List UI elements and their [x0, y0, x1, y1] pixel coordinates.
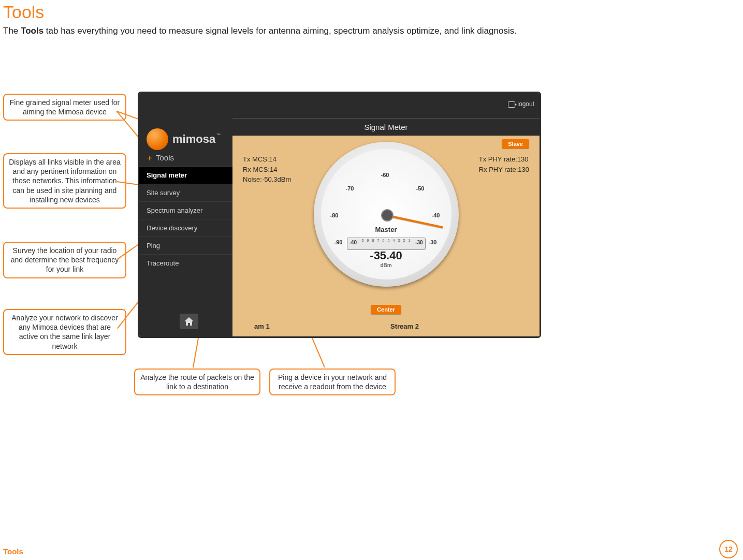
nav-site-survey[interactable]: Site survey	[139, 184, 232, 201]
gauge-master-label: Master	[375, 226, 397, 233]
gauge-dial: -90 -80 -70 -60 -50 -40 -30 Master -40 0…	[314, 142, 459, 287]
brand-text: mimosa™	[172, 132, 215, 146]
sidebar: mimosa™ Tools Signal meter Site survey S…	[139, 118, 232, 336]
gauge-tick: -40	[432, 212, 440, 218]
gauge-unit: dBm	[370, 262, 402, 268]
signal-gauge: -90 -80 -70 -60 -50 -40 -30 Master -40 0…	[314, 142, 459, 287]
nav-device-discovery[interactable]: Device discovery	[139, 219, 232, 237]
gauge-value: -35.40	[370, 249, 402, 262]
content-panel: Signal Meter Slave Tx MCS:14 Rx MCS:14 N…	[232, 118, 540, 336]
tx-mcs: Tx MCS:14	[243, 154, 291, 165]
gauge-tick: -50	[416, 185, 425, 191]
stats-left: Tx MCS:14 Rx MCS:14 Noise:-50.3dBm	[243, 154, 291, 185]
gauge-tick: -70	[346, 185, 354, 191]
intro-text: The Tools tab has everything you need to…	[3, 26, 517, 36]
fine-right: -30	[415, 240, 423, 245]
callout-signal-meter: Fine grained signal meter used for aimin…	[3, 94, 126, 121]
callout-traceroute: Analyze the route of packets on the link…	[134, 369, 260, 395]
gauge-hub	[381, 209, 394, 222]
stream-2-label: Stream 2	[390, 322, 419, 330]
brand: mimosa™	[147, 128, 215, 150]
center-button[interactable]: Center	[371, 305, 401, 314]
home-button[interactable]	[180, 314, 198, 329]
callout-discovery: Analyze your network to discover any Mim…	[3, 309, 126, 355]
page-footer: Tools 12	[0, 541, 743, 560]
footer-page-number: 12	[719, 540, 738, 558]
tx-phy: Tx PHY rate:130	[479, 154, 529, 165]
nav-ping[interactable]: Ping	[139, 237, 232, 254]
callout-ping: Ping a device in your network and receiv…	[269, 369, 396, 395]
nav-traceroute[interactable]: Traceroute	[139, 254, 232, 272]
noise: Noise:-50.3dBm	[243, 174, 291, 185]
gauge-tick: -90	[334, 239, 343, 245]
app-topbar: logout	[139, 93, 540, 118]
home-icon	[184, 317, 194, 326]
page-heading: Tools	[3, 2, 44, 22]
gauge-readout: -35.40 dBm	[370, 249, 402, 268]
sidebar-nav: Signal meter Site survey Spectrum analyz…	[139, 166, 232, 272]
intro-bold: Tools	[21, 26, 43, 36]
stats-right: Tx PHY rate:130 Rx PHY rate:130	[479, 154, 529, 174]
nav-spectrum-analyzer[interactable]: Spectrum analyzer	[139, 201, 232, 219]
brand-orb-icon	[147, 128, 168, 150]
fine-left: -40	[349, 240, 357, 245]
logout-text: logout	[517, 100, 534, 108]
logout-icon	[508, 101, 515, 108]
rx-phy: Rx PHY rate:130	[479, 165, 529, 175]
slave-button[interactable]: Slave	[502, 139, 529, 149]
intro-pre: The	[3, 26, 21, 36]
footer-section-label: Tools	[3, 547, 23, 556]
stream-1-label: am 1	[254, 322, 270, 330]
logout-link[interactable]: logout	[508, 100, 534, 108]
gauge-tick: -80	[330, 212, 339, 218]
gauge-tick: -60	[381, 172, 389, 178]
nav-signal-meter[interactable]: Signal meter	[139, 166, 232, 184]
callout-site-survey: Displays all links visible in the area a…	[3, 153, 126, 209]
panel-title: Signal Meter	[232, 118, 540, 136]
rx-mcs: Rx MCS:14	[243, 165, 291, 175]
app-screenshot: logout mimosa™ Tools Signal meter Site s…	[138, 92, 541, 338]
callout-spectrum: Survey the location of your radio and de…	[3, 242, 126, 278]
gauge-fine-scale: -40 0 9 8 7 6 5 4 3 2 1 -30	[347, 238, 426, 250]
intro-post: tab has everything you need to measure s…	[43, 26, 517, 36]
gauge-tick: -30	[429, 239, 437, 245]
